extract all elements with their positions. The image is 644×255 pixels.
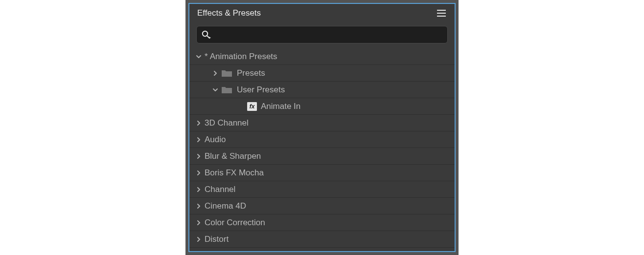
tree-item-3d-channel[interactable]: 3D Channel <box>189 115 455 131</box>
effects-tree: * Animation Presets Presets <box>189 48 455 251</box>
tree-item-label: Presets <box>237 68 265 78</box>
tree-item-animate-in[interactable]: fx Animate In <box>189 98 455 115</box>
search-input[interactable] <box>215 31 442 39</box>
chevron-right-icon <box>211 71 220 76</box>
effects-presets-panel: Effects & Presets <box>188 3 456 252</box>
svg-text:fx: fx <box>250 103 255 110</box>
tree-item-label: Boris FX Mocha <box>205 168 264 178</box>
tree-item-presets[interactable]: Presets <box>189 65 455 82</box>
tree-item-label: Channel <box>205 185 235 194</box>
search-icon <box>202 30 211 39</box>
tree-item-label: User Presets <box>237 85 285 95</box>
chevron-down-icon <box>194 54 203 59</box>
chevron-right-icon <box>194 170 203 175</box>
chevron-right-icon <box>194 204 203 209</box>
svg-line-1 <box>207 36 209 38</box>
search-box[interactable] <box>196 26 448 43</box>
folder-icon <box>221 85 233 94</box>
chevron-right-icon <box>194 237 203 242</box>
chevron-down-icon <box>211 87 220 92</box>
tree-item-color-correction[interactable]: Color Correction <box>189 214 455 231</box>
preset-fx-icon: fx <box>247 102 257 111</box>
panel-title: Effects & Presets <box>197 8 261 18</box>
tree-item-label: Color Correction <box>205 218 265 228</box>
modified-indicator: * <box>205 52 208 62</box>
tree-item-label: Cinema 4D <box>205 201 246 211</box>
chevron-right-icon <box>194 121 203 126</box>
tree-item-label: Distort <box>205 234 229 244</box>
tree-item-label: Animation Presets <box>210 52 277 62</box>
panel-menu-icon[interactable] <box>436 9 447 18</box>
panel-header: Effects & Presets <box>189 4 455 22</box>
panel-container: Effects & Presets <box>185 0 459 255</box>
tree-item-audio[interactable]: Audio <box>189 131 455 148</box>
tree-item-label: 3D Channel <box>205 118 249 128</box>
tree-item-cinema-4d[interactable]: Cinema 4D <box>189 198 455 214</box>
chevron-right-icon <box>194 187 203 192</box>
tree-item-label: Blur & Sharpen <box>205 151 261 161</box>
tree-item-blur-sharpen[interactable]: Blur & Sharpen <box>189 148 455 165</box>
chevron-right-icon <box>194 137 203 142</box>
chevron-right-icon <box>194 220 203 225</box>
search-container <box>189 22 455 48</box>
folder-icon <box>221 69 233 78</box>
tree-item-animation-presets[interactable]: * Animation Presets <box>189 48 455 65</box>
tree-item-distort[interactable]: Distort <box>189 231 455 248</box>
tree-item-label: Audio <box>205 135 226 145</box>
tree-item-boris-fx-mocha[interactable]: Boris FX Mocha <box>189 165 455 181</box>
chevron-right-icon <box>194 154 203 159</box>
tree-item-label: Animate In <box>261 102 300 111</box>
tree-item-user-presets[interactable]: User Presets <box>189 82 455 98</box>
tree-item-channel[interactable]: Channel <box>189 181 455 198</box>
